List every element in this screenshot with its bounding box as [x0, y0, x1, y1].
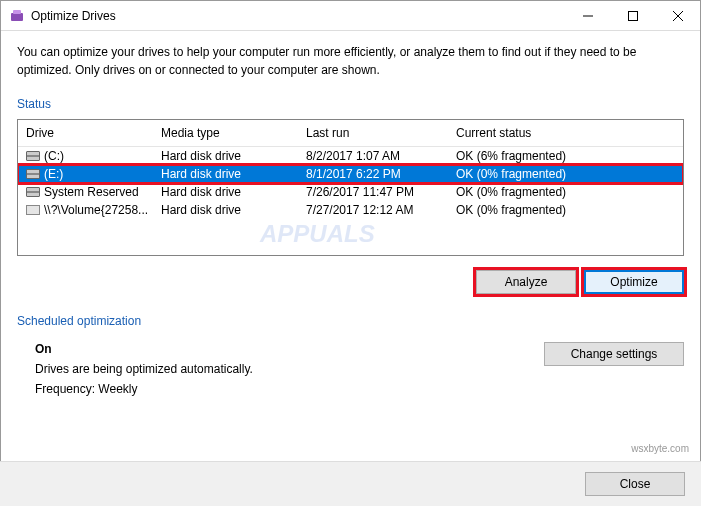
media-type: Hard disk drive: [153, 184, 298, 200]
table-row[interactable]: (C:) Hard disk drive 8/2/2017 1:07 AM OK…: [18, 147, 683, 165]
svg-rect-3: [628, 11, 637, 20]
svg-rect-0: [11, 13, 23, 21]
window-controls: [565, 1, 700, 30]
current-status: OK (0% fragmented): [448, 166, 683, 182]
media-type: Hard disk drive: [153, 166, 298, 182]
minimize-button[interactable]: [565, 1, 610, 30]
header-drive[interactable]: Drive: [18, 120, 153, 146]
status-label: Status: [17, 97, 684, 111]
drive-icon: [26, 205, 40, 215]
scheduled-desc: Drives are being optimized automatically…: [35, 362, 544, 376]
table-body: (C:) Hard disk drive 8/2/2017 1:07 AM OK…: [18, 147, 683, 255]
change-settings-button[interactable]: Change settings: [544, 342, 684, 366]
close-button[interactable]: [655, 1, 700, 30]
scheduled-on: On: [35, 342, 544, 356]
media-type: Hard disk drive: [153, 148, 298, 164]
titlebar: Optimize Drives: [1, 1, 700, 31]
header-lastrun[interactable]: Last run: [298, 120, 448, 146]
scheduled-frequency: Frequency: Weekly: [35, 382, 544, 396]
drive-name: (C:): [44, 149, 64, 163]
last-run: 7/27/2017 12:12 AM: [298, 202, 448, 218]
window-title: Optimize Drives: [31, 9, 565, 23]
drive-icon: [26, 169, 40, 179]
page-description: You can optimize your drives to help you…: [17, 43, 684, 79]
drive-name: (E:): [44, 167, 63, 181]
maximize-button[interactable]: [610, 1, 655, 30]
table-row[interactable]: \\?\Volume{27258... Hard disk drive 7/27…: [18, 201, 683, 219]
drive-table: Drive Media type Last run Current status…: [17, 119, 684, 256]
app-icon: [9, 8, 25, 24]
close-dialog-button[interactable]: Close: [585, 472, 685, 496]
analyze-button[interactable]: Analyze: [476, 270, 576, 294]
scheduled-section: Scheduled optimization On Drives are bei…: [17, 314, 684, 396]
last-run: 8/2/2017 1:07 AM: [298, 148, 448, 164]
svg-rect-1: [13, 10, 21, 14]
watermark-text: wsxbyte.com: [631, 443, 689, 454]
drive-icon: [26, 187, 40, 197]
current-status: OK (6% fragmented): [448, 148, 683, 164]
header-status[interactable]: Current status: [448, 120, 683, 146]
table-row[interactable]: (E:) Hard disk drive 8/1/2017 6:22 PM OK…: [18, 165, 683, 183]
drive-name: System Reserved: [44, 185, 139, 199]
last-run: 8/1/2017 6:22 PM: [298, 166, 448, 182]
footer: Close: [0, 461, 701, 506]
current-status: OK (0% fragmented): [448, 184, 683, 200]
scheduled-label: Scheduled optimization: [17, 314, 684, 328]
table-header: Drive Media type Last run Current status: [18, 120, 683, 147]
drive-name: \\?\Volume{27258...: [44, 203, 148, 217]
current-status: OK (0% fragmented): [448, 202, 683, 218]
last-run: 7/26/2017 11:47 PM: [298, 184, 448, 200]
action-buttons: Analyze Optimize: [17, 270, 684, 294]
media-type: Hard disk drive: [153, 202, 298, 218]
header-media[interactable]: Media type: [153, 120, 298, 146]
optimize-button[interactable]: Optimize: [584, 270, 684, 294]
table-row[interactable]: System Reserved Hard disk drive 7/26/201…: [18, 183, 683, 201]
drive-icon: [26, 151, 40, 161]
